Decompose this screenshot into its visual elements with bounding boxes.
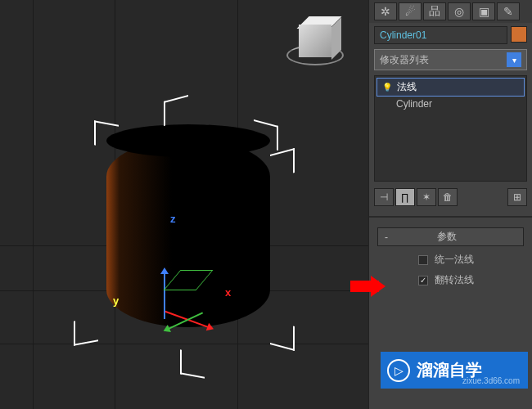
- lightbulb-icon[interactable]: 💡: [382, 83, 392, 92]
- motion-tab-icon[interactable]: ◎: [448, 2, 471, 20]
- watermark-url: zixue.3d66.com: [462, 376, 520, 385]
- selection-corner: [180, 349, 205, 378]
- remove-modifier-icon[interactable]: 🗑: [438, 188, 458, 206]
- chevron-down-icon[interactable]: ▾: [507, 52, 521, 67]
- modifier-label: Cylinder: [396, 98, 432, 110]
- unify-normals-checkbox[interactable]: [418, 255, 428, 265]
- grid-line: [0, 344, 368, 344]
- pin-stack-icon[interactable]: ⊣: [374, 188, 394, 206]
- command-panel: ✲ ☄ 品 ◎ ▣ ✎ Cylinder01 修改器列表 ▾ 💡 法线 Cyli…: [368, 0, 532, 409]
- axis-label-y: y: [113, 294, 119, 307]
- modifier-stack[interactable]: 💡 法线 Cylinder: [374, 75, 527, 182]
- collapse-icon: -: [385, 231, 388, 243]
- selection-corner: [74, 317, 98, 345]
- panel-tabs: ✲ ☄ 品 ◎ ▣ ✎: [369, 0, 532, 23]
- selection-corner: [270, 148, 295, 179]
- utilities-tab-icon[interactable]: ✎: [497, 2, 520, 20]
- play-icon: ▷: [387, 359, 410, 382]
- rollout-title: 参数: [437, 230, 457, 244]
- modifier-item-base[interactable]: Cylinder: [376, 97, 525, 111]
- configure-sets-icon[interactable]: ⊞: [507, 188, 527, 206]
- divider: [369, 216, 532, 218]
- axis-label-z: z: [170, 213, 176, 225]
- unify-normals-label: 统一法线: [435, 253, 474, 267]
- axis-plane[interactable]: [164, 270, 214, 290]
- stack-toolbar: ⊣ ∏ ✶ 🗑 ⊞: [369, 185, 532, 209]
- create-tab-icon[interactable]: ✲: [374, 2, 397, 20]
- parameters-rollout-header[interactable]: - 参数: [377, 227, 524, 246]
- viewcube-front[interactable]: [299, 25, 331, 57]
- modifier-item-normals[interactable]: 💡 法线: [376, 78, 525, 97]
- modifier-list-label: 修改器列表: [380, 53, 507, 67]
- modify-tab-icon[interactable]: ☄: [399, 2, 422, 20]
- make-unique-icon[interactable]: ✶: [417, 188, 436, 206]
- axis-label-x: x: [225, 286, 231, 299]
- modifier-list-dropdown[interactable]: 修改器列表 ▾: [374, 49, 527, 70]
- object-name-input[interactable]: Cylinder01: [374, 26, 507, 44]
- object-color-swatch[interactable]: [511, 26, 527, 43]
- grid-line: [33, 0, 34, 409]
- watermark: ▷ 溜溜自学 zixue.3d66.com: [381, 352, 528, 389]
- annotation-arrow: [350, 278, 391, 294]
- unify-normals-row: 统一法线: [369, 249, 532, 270]
- show-end-result-icon[interactable]: ∏: [395, 188, 415, 206]
- hierarchy-tab-icon[interactable]: 品: [423, 2, 446, 20]
- selection-corner: [164, 95, 188, 126]
- flip-normals-checkbox[interactable]: [418, 276, 428, 285]
- transform-gizmo[interactable]: z y x: [164, 270, 213, 322]
- selection-corner: [94, 120, 119, 149]
- selection-corner: [270, 320, 295, 351]
- modifier-label: 法线: [397, 80, 417, 94]
- viewcube[interactable]: [295, 20, 336, 61]
- viewport[interactable]: z y x: [0, 0, 368, 409]
- flip-normals-label: 翻转法线: [435, 273, 474, 287]
- display-tab-icon[interactable]: ▣: [472, 2, 495, 20]
